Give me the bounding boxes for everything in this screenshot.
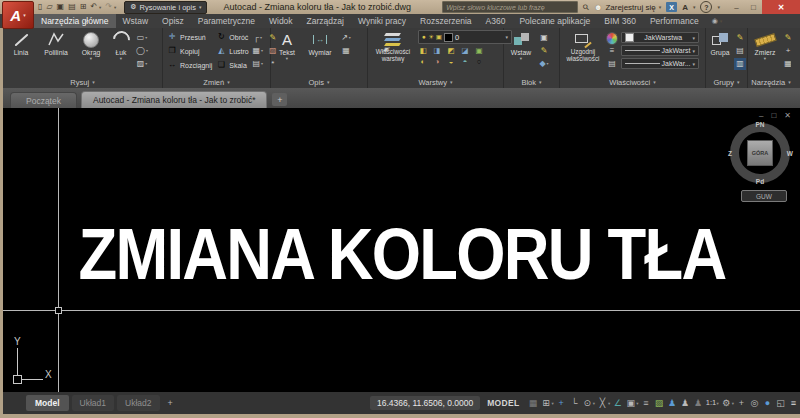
- search-icon[interactable]: ⚲: [581, 2, 592, 13]
- layer-tool-icon[interactable]: ○: [474, 57, 484, 66]
- autodesk-a360-icon[interactable]: A: [682, 3, 688, 12]
- layer-tool-icon[interactable]: ◪: [460, 46, 470, 55]
- transparency-icon[interactable]: ▨: [652, 395, 665, 411]
- mirror-tool[interactable]: ◭ Lustro: [215, 44, 248, 58]
- stretch-tool[interactable]: ↔ Rozciągnij: [166, 58, 212, 72]
- ribbon-tab-wstaw[interactable]: Wstaw: [116, 14, 156, 28]
- redo-icon[interactable]: ↷: [105, 3, 112, 11]
- chevron-down-icon[interactable]: ▾: [693, 4, 696, 10]
- chevron-down-icon[interactable]: ▾: [608, 401, 610, 406]
- layer-tool-icon[interactable]: ◩: [446, 46, 456, 55]
- layout-tab-uklad2[interactable]: Układ2: [117, 395, 159, 411]
- panel-label-warstwy[interactable]: Warstwy ▾: [368, 76, 503, 88]
- new-layout-button[interactable]: +: [163, 395, 178, 411]
- layer-tool-icon[interactable]: ◧: [418, 46, 428, 55]
- chevron-down-icon[interactable]: ▾: [551, 401, 553, 406]
- panel-label-narzedzia[interactable]: Narzędzia ▾: [748, 76, 794, 88]
- dimension-tool[interactable]: ↔ Wymiar: [303, 30, 337, 76]
- insert-block-tool[interactable]: Wstaw ▾: [507, 30, 535, 76]
- view-cube-top-face[interactable]: GÓRA: [747, 140, 773, 166]
- group-selection-toggle[interactable]: ▥: [734, 58, 746, 70]
- color-wheel-icon[interactable]: [606, 32, 618, 44]
- sheet-set-icon[interactable]: ▤: [68, 3, 76, 11]
- chevron-down-icon[interactable]: ▾: [114, 5, 116, 10]
- panel-label-zmien[interactable]: Zmień ▾: [163, 76, 270, 88]
- measure-tool[interactable]: Zmierz ▾: [751, 30, 779, 76]
- dynamic-input-icon[interactable]: +: [555, 395, 568, 411]
- leader-tool[interactable]: ↗▾: [340, 32, 352, 44]
- linetype-dropdown[interactable]: JakWar... ▾: [621, 58, 699, 69]
- search-box[interactable]: [442, 1, 578, 13]
- compass-north-label[interactable]: PN: [755, 121, 764, 128]
- compass-east-label[interactable]: W: [787, 150, 793, 157]
- arc-tool[interactable]: Łuk ▾: [109, 30, 133, 76]
- new-file-icon[interactable]: ▯: [38, 3, 42, 11]
- lineweight-dropdown[interactable]: JakWarst ▾: [621, 45, 699, 56]
- view-cube[interactable]: PN Pd W Z GÓRA: [727, 120, 793, 186]
- layer-tool-icon[interactable]: ◐: [418, 57, 428, 66]
- circle-tool[interactable]: Okrąg ▾: [76, 30, 106, 76]
- panel-label-rysuj[interactable]: Rysuj ▾: [3, 76, 162, 88]
- table-tool[interactable]: ▦: [340, 45, 352, 57]
- chevron-down-icon[interactable]: ▾: [732, 401, 734, 406]
- quick-select-tool[interactable]: ✎: [782, 32, 791, 44]
- layer-properties-tool[interactable]: ▣ Właściwości warstwy: [371, 30, 415, 76]
- lineweight-list-icon[interactable]: ≡: [606, 45, 618, 57]
- ungroup-tool[interactable]: ✎: [734, 32, 746, 44]
- layout-tab-model[interactable]: Model: [26, 395, 69, 411]
- ribbon-tab-rozszerzenia[interactable]: Rozszerzenia: [413, 14, 479, 28]
- undo-icon[interactable]: ↶: [90, 3, 97, 11]
- clean-screen-icon[interactable]: ◱: [774, 395, 787, 411]
- ribbon-tab-a360[interactable]: A360: [479, 14, 513, 28]
- ribbon-tab-narzedzia-glowne[interactable]: Narzędzia główne: [34, 14, 116, 28]
- ribbon-tab-widok[interactable]: Widok: [262, 14, 300, 28]
- annotation-person-icon[interactable]: ♟: [691, 395, 704, 411]
- close-button[interactable]: ✕: [762, 0, 800, 14]
- panel-label-blok[interactable]: Blok ▾: [504, 76, 559, 88]
- rectangle-tool[interactable]: ▭▾: [136, 32, 148, 44]
- autoscale-icon[interactable]: ♟: [678, 395, 691, 411]
- application-menu-button[interactable]: A ▾: [2, 1, 34, 29]
- viewport-restore-icon[interactable]: □: [771, 111, 776, 120]
- layer-tool-icon[interactable]: ◨: [432, 46, 442, 55]
- polyline-tool[interactable]: Polilinia: [39, 30, 73, 76]
- layer-tool-icon[interactable]: ◒: [446, 57, 456, 66]
- layer-tool-icon[interactable]: ▣: [474, 46, 484, 55]
- trim-tool[interactable]: ▤▾: [252, 58, 264, 70]
- record-button[interactable]: ◉ ▾: [712, 14, 723, 28]
- hatch-tool[interactable]: ▨▾: [136, 58, 148, 70]
- layer-dropdown[interactable]: ● ☀ ▣ 0 ▾: [418, 30, 512, 44]
- layout-tab-uklad1[interactable]: Układ1: [72, 395, 114, 411]
- move-tool[interactable]: ✛ Przesuń: [166, 30, 212, 44]
- line-tool[interactable]: Linia: [6, 30, 36, 76]
- ribbon-tab-polecane-aplikacje[interactable]: Polecane aplikacje: [512, 14, 597, 28]
- maximize-button[interactable]: □: [745, 0, 762, 14]
- menu-icon[interactable]: ≡: [787, 395, 800, 411]
- copy-tool[interactable]: ❐ Kopiuj: [166, 44, 212, 58]
- object-snap-tracking-icon[interactable]: ∠: [611, 395, 624, 411]
- wcs-dropdown[interactable]: GUW: [741, 190, 787, 202]
- create-block-tool[interactable]: ▣: [538, 32, 550, 44]
- group-edit-tool[interactable]: ▤: [734, 45, 746, 57]
- rotate-tool[interactable]: ↻ Obróć: [215, 30, 248, 44]
- open-file-icon[interactable]: ▱: [46, 3, 52, 11]
- model-space-button[interactable]: MODEL: [480, 398, 526, 408]
- exchange-apps-icon[interactable]: X: [666, 2, 677, 12]
- drawing-tab-active[interactable]: Autocad - Zmiana koloru tła - Jak to zro…: [81, 91, 268, 108]
- chevron-down-icon[interactable]: ▾: [717, 4, 720, 10]
- viewport-close-icon[interactable]: ✕: [784, 111, 791, 120]
- lineweight-icon[interactable]: ≡: [639, 395, 652, 411]
- chevron-down-icon[interactable]: ▾: [99, 5, 101, 10]
- drawing-canvas[interactable]: ZMIANA KOLORU TŁA – □ ✕ PN Pd W Z GÓRA G…: [3, 108, 800, 392]
- ribbon-tab-zarzadzaj[interactable]: Zarządzaj: [300, 14, 351, 28]
- array-tool[interactable]: ▦▾: [252, 45, 264, 57]
- match-properties-tool[interactable]: Uzgodnij właściwości: [563, 30, 603, 76]
- ribbon-tab-opisz[interactable]: Opisz: [155, 14, 191, 28]
- viewport-minimize-icon[interactable]: –: [759, 111, 763, 120]
- compass-south-label[interactable]: Pd: [756, 178, 764, 185]
- panel-label-wlasciwosci[interactable]: Właściwości ▾: [560, 76, 705, 88]
- block-editor-tool[interactable]: ◆▾: [538, 58, 550, 70]
- fillet-tool[interactable]: ┌▾: [252, 32, 264, 44]
- scale-tool[interactable]: ❏ Skala: [215, 58, 248, 72]
- panel-label-grupy[interactable]: Grupy ▾: [706, 76, 747, 88]
